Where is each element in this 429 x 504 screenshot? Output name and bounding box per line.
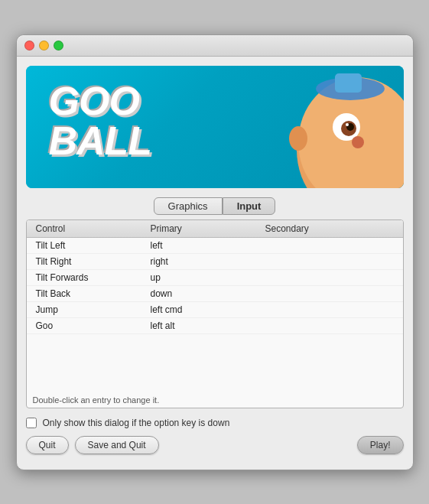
table-header: Control Primary Secondary xyxy=(27,220,403,238)
maximize-button[interactable] xyxy=(54,41,63,50)
table-row[interactable]: Tilt Forwards up xyxy=(27,270,403,286)
cell-primary: down xyxy=(148,286,262,301)
cell-secondary xyxy=(262,286,397,301)
tab-graphics[interactable]: Graphics xyxy=(154,197,223,215)
controls-table: Control Primary Secondary Tilt Left left… xyxy=(26,219,404,408)
cell-primary: left alt xyxy=(148,318,262,333)
table-row[interactable]: Tilt Left left xyxy=(27,238,403,254)
svg-point-9 xyxy=(289,126,307,151)
cell-primary: up xyxy=(148,270,262,285)
table-row[interactable]: Tilt Right right xyxy=(27,254,403,270)
table-hint: Double-click an entry to change it. xyxy=(27,391,403,408)
header-control: Control xyxy=(33,222,148,236)
quit-button[interactable]: Quit xyxy=(26,436,69,454)
cell-control: Jump xyxy=(33,302,148,317)
cell-control: Tilt Back xyxy=(33,286,148,301)
close-button[interactable] xyxy=(24,41,34,50)
tabs-row: Graphics Input xyxy=(17,197,413,215)
banner-character xyxy=(266,66,404,188)
banner-background: GOO BALL xyxy=(26,66,404,188)
svg-rect-3 xyxy=(335,73,362,93)
cell-primary: left xyxy=(148,238,262,253)
svg-point-8 xyxy=(352,136,364,148)
banner: GOO BALL xyxy=(26,66,404,188)
option-key-checkbox[interactable] xyxy=(26,418,37,428)
header-secondary: Secondary xyxy=(262,222,397,236)
table-row[interactable]: Goo left alt xyxy=(27,318,403,334)
content-area: Control Primary Secondary Tilt Left left… xyxy=(26,219,404,408)
table-row[interactable]: Tilt Back down xyxy=(27,286,403,302)
cell-secondary xyxy=(262,254,397,269)
main-window: GOO BALL G xyxy=(16,34,414,470)
save-and-quit-button[interactable]: Save and Quit xyxy=(75,436,159,454)
cell-primary: left cmd xyxy=(148,302,262,317)
cell-secondary xyxy=(262,302,397,317)
cell-control: Tilt Forwards xyxy=(33,270,148,285)
cell-secondary xyxy=(262,238,397,253)
buttons-left: Quit Save and Quit xyxy=(26,436,159,454)
cell-secondary xyxy=(262,318,397,333)
traffic-lights xyxy=(24,41,63,50)
cell-control: Tilt Right xyxy=(33,254,148,269)
play-button[interactable]: Play! xyxy=(357,436,404,454)
cell-primary: right xyxy=(148,254,262,269)
banner-title: GOO BALL xyxy=(49,81,152,161)
cell-control: Goo xyxy=(33,318,148,333)
table-row[interactable]: Jump left cmd xyxy=(27,302,403,318)
minimize-button[interactable] xyxy=(39,41,49,50)
svg-point-7 xyxy=(346,123,349,126)
header-primary: Primary xyxy=(148,222,262,236)
cell-control: Tilt Left xyxy=(33,238,148,253)
checkbox-row: Only show this dialog if the option key … xyxy=(26,418,404,428)
title-bar xyxy=(17,35,413,57)
table-body: Tilt Left left Tilt Right right Tilt For… xyxy=(27,238,403,391)
tab-input[interactable]: Input xyxy=(223,197,276,215)
cell-secondary xyxy=(262,270,397,285)
option-key-label[interactable]: Only show this dialog if the option key … xyxy=(43,418,230,428)
buttons-row: Quit Save and Quit Play! xyxy=(26,436,404,454)
